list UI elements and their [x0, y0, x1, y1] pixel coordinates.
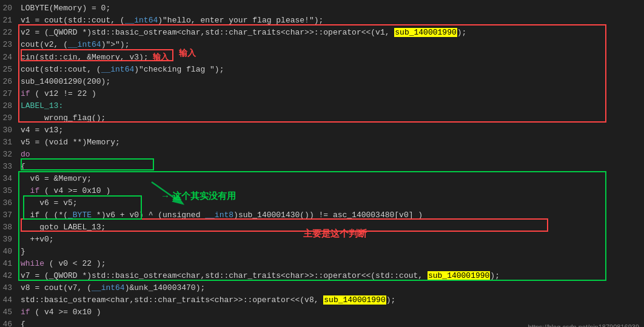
- token: )">");: [101, 40, 130, 49]
- token: wrong_flag();: [21, 113, 106, 123]
- token: v5 = (void **)Memory;: [21, 138, 120, 147]
- line-content: v6 = &Memory;: [18, 173, 644, 185]
- line-number: 42: [0, 270, 18, 282]
- token: ++v0;: [21, 235, 54, 244]
- token: if: [21, 308, 30, 317]
- code-line-20: 20LOBYTE(Memory) = 0;: [0, 2, 644, 15]
- code-line-21: 21v1 = cout(std::cout, (__int64)"hello, …: [0, 15, 644, 27]
- token: sub_140001990: [323, 295, 386, 305]
- token: sub_140001290(200);: [21, 77, 110, 86]
- token: __int64: [125, 16, 158, 25]
- line-number: 23: [0, 39, 18, 51]
- token: ( v4 >= 0x10 ): [39, 186, 110, 195]
- token: while: [21, 259, 44, 268]
- line-content: v7 = (_QWORD *)std::basic_ostream<char,s…: [18, 270, 644, 282]
- code-line-32: 32do: [0, 149, 644, 161]
- code-line-31: 31v5 = (void **)Memory;: [0, 137, 644, 149]
- code-line-24: 24cin(std::cin, &Memory, v3); 输入: [0, 51, 644, 64]
- line-number: 33: [0, 161, 18, 173]
- line-content: }: [18, 246, 644, 258]
- line-content: v8 = cout(v7, (__int64)&unk_140003470);: [18, 282, 644, 294]
- line-number: 41: [0, 258, 18, 270]
- token: *)v6 + v0) ^ (unsigned: [92, 211, 205, 220]
- token: if ( (*(: [21, 211, 68, 220]
- code-line-43: 43v8 = cout(v7, (__int64)&unk_140003470)…: [0, 282, 644, 294]
- token: );: [490, 271, 500, 280]
- line-content: goto LABEL_13;: [18, 221, 644, 234]
- line-number: 45: [0, 306, 18, 319]
- line-content: v5 = (void **)Memory;: [18, 137, 644, 149]
- line-content: v4 = v13;: [18, 124, 644, 137]
- code-line-30: 30v4 = v13;: [0, 124, 644, 137]
- token: cout(std::cout, (: [21, 65, 101, 74]
- token: sub_140001990: [394, 28, 457, 37]
- line-content: v6 = v5;: [18, 197, 644, 209]
- code-line-42: 42v7 = (_QWORD *)std::basic_ostream<char…: [0, 270, 644, 282]
- token: {: [21, 162, 25, 171]
- token: LABEL_13:: [21, 101, 63, 110]
- code-line-37: 37 if ( (*(_BYTE *)v6 + v0) ^ (unsigned …: [0, 209, 644, 221]
- token: ( v12 != 22 ): [30, 89, 96, 98]
- code-line-39: 39 ++v0;: [0, 234, 644, 246]
- line-content: std::basic_ostream<char,std::char_traits…: [18, 294, 644, 306]
- line-content: v2 = (_QWORD *)std::basic_ostream<char,s…: [18, 27, 644, 39]
- token: cin(std::cin, &Memory, v3);: [21, 53, 149, 62]
- line-content: do: [18, 149, 644, 161]
- line-content: ++v0;: [18, 234, 644, 246]
- line-content: LABEL_13:: [18, 100, 644, 112]
- line-content: if ( v4 >= 0x10 ): [18, 306, 644, 319]
- code-line-28: 28LABEL_13:: [0, 100, 644, 112]
- token: LOBYTE(Memory) = 0;: [21, 4, 110, 13]
- line-number: 39: [0, 234, 18, 246]
- line-number: 46: [0, 319, 18, 327]
- token: _BYTE: [68, 211, 92, 220]
- token: v6 = v5;: [21, 198, 78, 207]
- line-number: 28: [0, 100, 18, 112]
- line-number: 27: [0, 88, 18, 100]
- code-line-44: 44std::basic_ostream<char,std::char_trai…: [0, 294, 644, 306]
- token: if: [21, 89, 30, 98]
- line-number: 31: [0, 137, 18, 149]
- code-line-33: 33{: [0, 161, 644, 173]
- line-content: {: [18, 161, 644, 173]
- token: cout(v2, (: [21, 40, 68, 49]
- line-number: 44: [0, 294, 18, 306]
- code-line-29: 29 wrong_flag();: [0, 112, 644, 124]
- line-number: 25: [0, 64, 18, 76]
- code-line-36: 36 v6 = v5;: [0, 197, 644, 209]
- code-line-22: 22v2 = (_QWORD *)std::basic_ostream<char…: [0, 27, 644, 39]
- token: __int64: [101, 65, 135, 74]
- line-number: 35: [0, 185, 18, 197]
- line-content: sub_140001290(200);: [18, 76, 644, 88]
- line-number: 38: [0, 221, 18, 234]
- code-line-38: 38 goto LABEL_13;: [0, 221, 644, 234]
- line-number: 30: [0, 124, 18, 137]
- line-number: 43: [0, 282, 18, 294]
- line-content: cin(std::cin, &Memory, v3); 输入: [18, 51, 644, 64]
- line-content: wrong_flag();: [18, 112, 644, 124]
- line-number: 32: [0, 149, 18, 161]
- line-number: 20: [0, 2, 18, 15]
- token: v6 = &Memory;: [21, 174, 92, 183]
- code-line-26: 26sub_140001290(200);: [0, 76, 644, 88]
- code-line-40: 40}: [0, 246, 644, 258]
- token: )"checking flag ");: [134, 65, 224, 74]
- token: __int64: [68, 40, 101, 49]
- token: ( v4 >= 0x10 ): [30, 308, 101, 317]
- line-number: 26: [0, 76, 18, 88]
- token: )&unk_140003470);: [125, 283, 206, 292]
- line-number: 21: [0, 15, 18, 27]
- line-content: cout(v2, (__int64)">");: [18, 39, 644, 51]
- token: );: [386, 295, 396, 305]
- token: goto LABEL_13;: [21, 223, 106, 232]
- line-number: 24: [0, 52, 18, 64]
- token: do: [21, 150, 30, 159]
- line-number: 36: [0, 197, 18, 209]
- line-content: LOBYTE(Memory) = 0;: [18, 2, 644, 15]
- line-number: 34: [0, 173, 18, 185]
- line-content: if ( v12 != 22 ): [18, 88, 644, 100]
- token: {: [21, 320, 25, 327]
- line-content: if ( v4 >= 0x10 ): [18, 185, 644, 197]
- token: }: [21, 247, 25, 256]
- code-line-41: 41while ( v0 < 22 );: [0, 258, 644, 270]
